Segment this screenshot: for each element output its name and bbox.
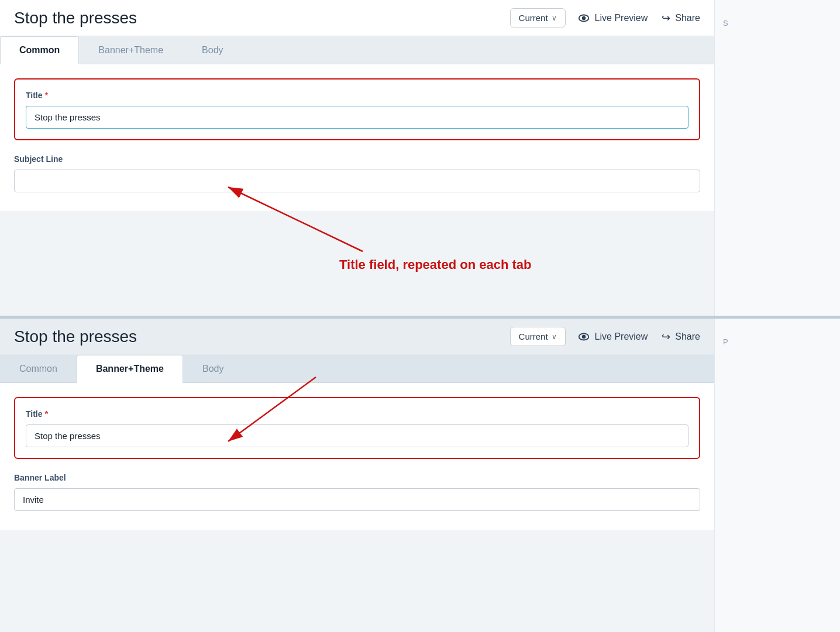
live-preview-label-1: Live Preview xyxy=(595,13,648,23)
subject-line-section-1: Subject Line xyxy=(14,154,700,192)
title-red-box-1: Title * xyxy=(14,78,700,140)
tab-common-1[interactable]: Common xyxy=(0,36,79,64)
banner-label-label: Banner Label xyxy=(14,473,700,482)
live-preview-label-2: Live Preview xyxy=(595,331,648,342)
title-label-2: Title * xyxy=(26,409,688,419)
live-preview-button-1[interactable]: Live Preview xyxy=(577,12,648,25)
title-input-2[interactable] xyxy=(26,424,688,447)
side-panel-1: S xyxy=(714,0,840,316)
header-bar-2: Stop the presses Current ∨ Live Preview xyxy=(0,319,714,355)
eye-icon-1 xyxy=(577,12,590,25)
tab-common-2[interactable]: Common xyxy=(0,355,77,382)
live-preview-button-2[interactable]: Live Preview xyxy=(577,330,648,343)
subject-input-1[interactable] xyxy=(14,170,700,192)
banner-label-section: Banner Label xyxy=(14,473,700,511)
tabs-bar-2: Common Banner+Theme Body xyxy=(0,355,714,383)
svg-point-1 xyxy=(582,16,585,19)
share-button-1[interactable]: ↪ Share xyxy=(662,12,700,25)
title-label-1: Title * xyxy=(26,90,688,100)
subject-label-1: Subject Line xyxy=(14,154,700,164)
banner-label-input[interactable] xyxy=(14,488,700,511)
tabs-bar-1: Common Banner+Theme Body xyxy=(0,36,714,64)
side-panel-2: P xyxy=(714,319,840,632)
page-title-2: Stop the presses xyxy=(14,327,498,346)
tab-body-1[interactable]: Body xyxy=(183,36,242,64)
eye-icon-2 xyxy=(577,330,590,343)
header-actions-1: Live Preview ↪ Share xyxy=(577,12,700,25)
form-area-2: Title * Banner Label xyxy=(0,383,714,530)
share-icon-1: ↪ xyxy=(662,12,670,25)
share-icon-2: ↪ xyxy=(662,330,670,343)
version-label-2: Current xyxy=(519,331,548,341)
required-star-title-1: * xyxy=(45,90,49,100)
version-label-1: Current xyxy=(519,13,548,23)
version-dropdown-1[interactable]: Current ∨ xyxy=(510,8,566,27)
share-label-2: Share xyxy=(675,331,700,342)
form-area-1: Title * Subject Line xyxy=(0,64,714,211)
tab-banner-theme-1[interactable]: Banner+Theme xyxy=(79,36,183,64)
page-title-1: Stop the presses xyxy=(14,9,498,27)
version-dropdown-2[interactable]: Current ∨ xyxy=(510,327,566,346)
side-panel-hint-2: P xyxy=(715,319,840,354)
share-button-2[interactable]: ↪ Share xyxy=(662,330,700,343)
svg-point-6 xyxy=(582,335,585,338)
share-label-1: Share xyxy=(675,13,700,23)
required-star-title-2: * xyxy=(45,409,49,419)
chevron-down-icon-1: ∨ xyxy=(552,14,557,22)
title-input-1[interactable] xyxy=(26,106,688,129)
chevron-down-icon-2: ∨ xyxy=(552,333,557,341)
tab-body-2[interactable]: Body xyxy=(183,355,243,382)
header-bar-1: Stop the presses Current ∨ Live Preview xyxy=(0,0,714,36)
header-actions-2: Live Preview ↪ Share xyxy=(577,330,700,343)
side-panel-hint-1: S xyxy=(715,0,840,35)
title-red-box-2: Title * xyxy=(14,397,700,459)
tab-banner-theme-2[interactable]: Banner+Theme xyxy=(77,355,183,383)
